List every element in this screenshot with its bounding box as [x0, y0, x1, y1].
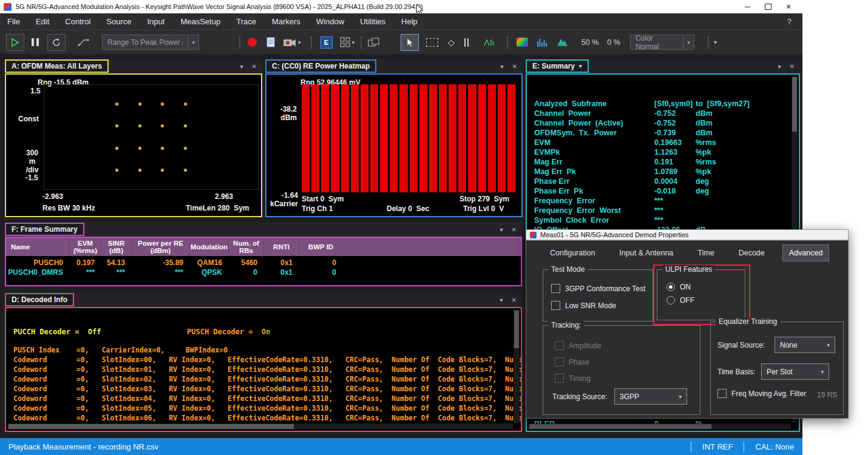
table-header-row: NameEVM(%rms)SINR(dB)Power per RE(dBm)Mo…	[6, 238, 521, 256]
signal-path-button[interactable]	[78, 35, 90, 50]
app-titlebar: 5G NR/5G-Advanced Modulation Analysis - …	[0, 0, 802, 13]
column-header[interactable]: RNTI	[263, 238, 299, 256]
marker-peak-button[interactable]	[483, 35, 495, 50]
chevron-down-icon[interactable]: ▾	[579, 63, 582, 69]
status-bar: Playback Measurement - recording NR.csv …	[0, 438, 802, 455]
band-marker-button[interactable]	[464, 35, 469, 50]
ulpi-off-radio[interactable]: OFF	[666, 296, 694, 305]
tab-advanced[interactable]: Advanced	[783, 245, 829, 261]
arrange-windows-button[interactable]	[368, 35, 380, 50]
dialog-titlebar[interactable]: Meas01 - 5G NR/5G-Advanced Demod Propert…	[526, 229, 849, 240]
maximize-button[interactable]	[758, 0, 778, 13]
frame-summary-row[interactable]: PUSCH0_DMRS*********QPSK00x10	[6, 268, 521, 277]
decoded-line: PUSCH Index =0, CarrierIndex=0, BWPIndex…	[13, 346, 228, 354]
color-combo[interactable]: Color Normal ▾	[630, 35, 694, 50]
low-snr-checkbox[interactable]: Low SNR Mode	[551, 301, 616, 310]
scrollbar-thumb[interactable]	[529, 424, 711, 429]
signal-source-combo[interactable]: None ▾	[775, 337, 835, 353]
time-basis-combo[interactable]: Per Slot ▾	[761, 363, 829, 380]
vertical-scrollbar[interactable]	[514, 309, 520, 423]
zoom-select-button[interactable]	[426, 35, 438, 50]
play-button[interactable]	[6, 34, 24, 51]
help-button[interactable]: ?	[787, 17, 792, 26]
summary-row: Channel Power (Active)-0.752dBm	[534, 118, 789, 128]
spectrogram-button[interactable]	[537, 35, 548, 50]
column-header[interactable]: BWP ID	[299, 238, 342, 256]
display-e-button[interactable]: E	[320, 35, 333, 50]
tab-decode[interactable]: Decode	[733, 245, 771, 261]
scrollbar-thumb[interactable]	[8, 424, 294, 429]
menu-item-markers[interactable]: Markers	[272, 17, 300, 26]
column-header[interactable]: EVM(%rms)	[69, 238, 101, 256]
heatmap-bar	[449, 84, 456, 192]
window-menu-icon[interactable]: ▾	[778, 63, 781, 70]
conformance-test-checkbox[interactable]: 3GPP Conformance Test	[551, 284, 645, 293]
minimize-button[interactable]	[737, 0, 758, 13]
tab-configuration[interactable]: Configuration	[544, 245, 601, 261]
amplitude-checkbox[interactable]: Amplitude	[555, 341, 601, 350]
window-menu-icon[interactable]: ▾	[240, 63, 243, 70]
range-combo[interactable]: Range To Peak Power (Default) ▾	[102, 35, 199, 50]
window-title[interactable]: D: Decoded Info	[5, 293, 74, 306]
menu-item-trace[interactable]: Trace	[236, 17, 256, 26]
ulpi-on-radio[interactable]: ON	[666, 283, 691, 291]
window-title[interactable]: A: OFDM Meas: All Layers	[5, 59, 109, 73]
window-close-icon[interactable]: ✕	[512, 63, 517, 70]
horizontal-scrollbar[interactable]	[7, 423, 513, 430]
column-header[interactable]: Name	[6, 238, 69, 256]
menu-item-file[interactable]: File	[7, 17, 20, 26]
colormap-button[interactable]	[517, 35, 528, 50]
column-header[interactable]: SINR(dB)	[101, 238, 131, 256]
window-menu-icon[interactable]: ▾	[500, 226, 503, 233]
grid-layout-button[interactable]: ▾	[340, 35, 355, 50]
spectrum-button[interactable]	[557, 35, 568, 50]
window-titlebar: E: Summary ▾ ▾✕	[526, 59, 800, 73]
toolbar-overflow-button[interactable]: ▾	[714, 39, 717, 46]
menu-item-control[interactable]: Control	[65, 17, 90, 26]
phase-checkbox[interactable]: Phase	[555, 357, 589, 366]
pause-button[interactable]	[32, 35, 39, 50]
menu-item-help[interactable]: Help	[401, 17, 418, 26]
menu-item-meassetup[interactable]: MeasSetup	[180, 17, 220, 26]
menu-item-utilities[interactable]: Utilities	[360, 17, 385, 26]
window-close-icon[interactable]: ✕	[512, 226, 517, 233]
window-menu-icon[interactable]: ▾	[500, 297, 503, 303]
toolbar-separator	[708, 36, 709, 49]
window-title[interactable]: C: (CC0) RE Power Heatmap	[265, 59, 376, 73]
window-close-icon[interactable]: ✕	[512, 297, 517, 303]
tracking-source-combo[interactable]: 3GPP ▾	[614, 388, 687, 405]
camera-icon	[283, 38, 296, 47]
window-re-power-heatmap: C: (CC0) RE Power Heatmap ▾✕ Rng 52.9644…	[265, 59, 523, 217]
select-tool-button[interactable]	[401, 34, 419, 51]
window-title[interactable]: F: Frame Summary	[5, 223, 84, 236]
start-label: Start 0 Sym	[302, 195, 344, 203]
y-max-label: 1.5	[30, 87, 41, 95]
menu-item-window[interactable]: Window	[316, 17, 344, 26]
timing-checkbox[interactable]: Timing	[555, 374, 591, 383]
window-title[interactable]: E: Summary ▾	[526, 59, 589, 73]
window-menu-icon[interactable]: ▾	[501, 63, 504, 70]
tab-time[interactable]: Time	[691, 245, 720, 261]
scrollbar-thumb[interactable]	[514, 311, 519, 348]
marker-diamond-button[interactable]: ◇	[448, 35, 455, 50]
scrollbar-thumb[interactable]	[792, 77, 797, 132]
log-notes-button[interactable]	[266, 35, 275, 50]
capture-button[interactable]: ▾	[283, 35, 301, 50]
column-header[interactable]: Power per RE(dBm)	[131, 238, 189, 256]
spectrum-peak-icon	[557, 38, 568, 47]
frame-summary-row[interactable]: PUSCH00.19754.13-35.89QAM1654600x10	[6, 258, 521, 267]
record-button[interactable]	[248, 35, 257, 50]
tab-input-antenna[interactable]: Input & Antenna	[613, 245, 679, 261]
freq-moving-avg-checkbox[interactable]: Freq Moving Avg. Filter	[717, 389, 806, 398]
summary-row: Symbol Clock Error***	[534, 215, 789, 225]
menu-item-edit[interactable]: Edit	[36, 17, 49, 26]
menu-item-source[interactable]: Source	[106, 17, 131, 26]
restart-loop-button[interactable]	[47, 34, 66, 51]
window-close-icon[interactable]: ✕	[790, 63, 795, 70]
window-close-icon[interactable]: ✕	[252, 63, 257, 70]
close-button[interactable]: ✕	[778, 0, 799, 13]
column-header[interactable]: Modulation	[189, 238, 228, 256]
menu-item-input[interactable]: Input	[147, 17, 164, 26]
horizontal-scrollbar[interactable]	[528, 423, 791, 430]
column-header[interactable]: Num. ofRBs	[228, 238, 263, 256]
